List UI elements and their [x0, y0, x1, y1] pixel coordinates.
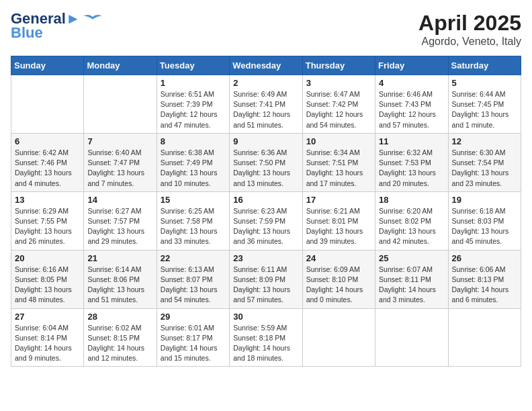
- weekday-header-row: SundayMondayTuesdayWednesdayThursdayFrid…: [11, 56, 521, 75]
- day-number: 12: [452, 136, 517, 146]
- day-info: Sunrise: 6:42 AM Sunset: 7:46 PM Dayligh…: [15, 148, 80, 189]
- calendar-cell: 9Sunrise: 6:36 AM Sunset: 7:50 PM Daylig…: [230, 133, 302, 191]
- weekday-header-monday: Monday: [84, 56, 157, 75]
- calendar-cell: 5Sunrise: 6:44 AM Sunset: 7:45 PM Daylig…: [448, 75, 521, 134]
- weekday-header-tuesday: Tuesday: [157, 56, 229, 75]
- calendar-cell: 30Sunrise: 5:59 AM Sunset: 8:18 PM Dayli…: [230, 308, 302, 367]
- logo-blue-text: Blue: [11, 24, 43, 42]
- day-number: 16: [233, 195, 298, 205]
- calendar-cell: 19Sunrise: 6:18 AM Sunset: 8:03 PM Dayli…: [448, 191, 521, 250]
- day-number: 4: [379, 78, 444, 88]
- day-number: 17: [306, 195, 371, 205]
- day-number: 24: [306, 253, 371, 263]
- location-title: Agordo, Veneto, Italy: [418, 36, 521, 48]
- calendar-cell: 4Sunrise: 6:46 AM Sunset: 7:43 PM Daylig…: [375, 75, 448, 134]
- calendar-cell: 17Sunrise: 6:21 AM Sunset: 8:01 PM Dayli…: [302, 191, 375, 250]
- day-info: Sunrise: 6:16 AM Sunset: 8:05 PM Dayligh…: [15, 265, 80, 306]
- day-number: 19: [452, 195, 517, 205]
- day-info: Sunrise: 6:20 AM Sunset: 8:02 PM Dayligh…: [379, 206, 444, 247]
- calendar-cell: 16Sunrise: 6:23 AM Sunset: 7:59 PM Dayli…: [230, 191, 302, 250]
- day-info: Sunrise: 6:13 AM Sunset: 8:07 PM Dayligh…: [161, 265, 226, 306]
- day-info: Sunrise: 6:01 AM Sunset: 8:17 PM Dayligh…: [161, 323, 226, 364]
- week-row-5: 27Sunrise: 6:04 AM Sunset: 8:14 PM Dayli…: [11, 308, 521, 367]
- day-info: Sunrise: 6:09 AM Sunset: 8:10 PM Dayligh…: [306, 265, 371, 306]
- day-number: 7: [87, 136, 152, 146]
- calendar-cell: [448, 308, 521, 367]
- week-row-3: 13Sunrise: 6:29 AM Sunset: 7:55 PM Dayli…: [11, 191, 521, 250]
- day-number: 25: [379, 253, 444, 263]
- day-number: 1: [161, 78, 226, 88]
- day-info: Sunrise: 6:11 AM Sunset: 8:09 PM Dayligh…: [233, 265, 298, 306]
- weekday-header-saturday: Saturday: [448, 56, 521, 75]
- calendar-cell: [84, 75, 157, 134]
- day-number: 11: [379, 136, 444, 146]
- day-number: 29: [161, 312, 226, 322]
- day-info: Sunrise: 6:34 AM Sunset: 7:51 PM Dayligh…: [306, 148, 371, 189]
- day-number: 8: [161, 136, 226, 146]
- day-info: Sunrise: 6:06 AM Sunset: 8:13 PM Dayligh…: [452, 265, 517, 306]
- day-number: 23: [233, 253, 298, 263]
- day-number: 3: [306, 78, 371, 88]
- weekday-header-sunday: Sunday: [11, 56, 84, 75]
- day-info: Sunrise: 6:23 AM Sunset: 7:59 PM Dayligh…: [233, 206, 298, 247]
- day-info: Sunrise: 6:32 AM Sunset: 7:53 PM Dayligh…: [379, 148, 444, 189]
- day-info: Sunrise: 6:46 AM Sunset: 7:43 PM Dayligh…: [379, 89, 444, 130]
- day-number: 18: [379, 195, 444, 205]
- day-info: Sunrise: 6:36 AM Sunset: 7:50 PM Dayligh…: [233, 148, 298, 189]
- day-number: 6: [15, 136, 80, 146]
- calendar-cell: 2Sunrise: 6:49 AM Sunset: 7:41 PM Daylig…: [230, 75, 302, 134]
- day-info: Sunrise: 6:38 AM Sunset: 7:49 PM Dayligh…: [161, 148, 226, 189]
- calendar-cell: 21Sunrise: 6:14 AM Sunset: 8:06 PM Dayli…: [84, 250, 157, 308]
- title-block: April 2025 Agordo, Veneto, Italy: [418, 11, 521, 48]
- day-info: Sunrise: 6:25 AM Sunset: 7:58 PM Dayligh…: [161, 206, 226, 247]
- day-number: 10: [306, 136, 371, 146]
- day-info: Sunrise: 6:18 AM Sunset: 8:03 PM Dayligh…: [452, 206, 517, 247]
- week-row-1: 1Sunrise: 6:51 AM Sunset: 7:39 PM Daylig…: [11, 75, 521, 134]
- day-number: 14: [87, 195, 152, 205]
- month-title: April 2025: [418, 11, 521, 36]
- day-number: 5: [452, 78, 517, 88]
- day-info: Sunrise: 6:04 AM Sunset: 8:14 PM Dayligh…: [15, 323, 80, 364]
- day-number: 2: [233, 78, 298, 88]
- weekday-header-friday: Friday: [375, 56, 448, 75]
- page-header: General► Blue April 2025 Agordo, Veneto,…: [11, 11, 521, 48]
- day-info: Sunrise: 6:07 AM Sunset: 8:11 PM Dayligh…: [379, 265, 444, 306]
- day-number: 22: [161, 253, 226, 263]
- day-number: 30: [233, 312, 298, 322]
- weekday-header-thursday: Thursday: [302, 56, 375, 75]
- calendar-cell: 10Sunrise: 6:34 AM Sunset: 7:51 PM Dayli…: [302, 133, 375, 191]
- day-info: Sunrise: 6:29 AM Sunset: 7:55 PM Dayligh…: [15, 206, 80, 247]
- day-info: Sunrise: 6:47 AM Sunset: 7:42 PM Dayligh…: [306, 89, 371, 130]
- calendar-cell: [375, 308, 448, 367]
- calendar-cell: 11Sunrise: 6:32 AM Sunset: 7:53 PM Dayli…: [375, 133, 448, 191]
- calendar-cell: 13Sunrise: 6:29 AM Sunset: 7:55 PM Dayli…: [11, 191, 84, 250]
- calendar-cell: 7Sunrise: 6:40 AM Sunset: 7:47 PM Daylig…: [84, 133, 157, 191]
- logo-bird-icon: [82, 11, 103, 26]
- day-info: Sunrise: 5:59 AM Sunset: 8:18 PM Dayligh…: [233, 323, 298, 364]
- day-number: 20: [15, 253, 80, 263]
- calendar-cell: [302, 308, 375, 367]
- day-number: 28: [87, 312, 152, 322]
- calendar-cell: 23Sunrise: 6:11 AM Sunset: 8:09 PM Dayli…: [230, 250, 302, 308]
- logo: General► Blue: [11, 11, 103, 42]
- day-info: Sunrise: 6:02 AM Sunset: 8:15 PM Dayligh…: [87, 323, 152, 364]
- weekday-header-wednesday: Wednesday: [230, 56, 302, 75]
- calendar-cell: 24Sunrise: 6:09 AM Sunset: 8:10 PM Dayli…: [302, 250, 375, 308]
- calendar-cell: 20Sunrise: 6:16 AM Sunset: 8:05 PM Dayli…: [11, 250, 84, 308]
- calendar-cell: 18Sunrise: 6:20 AM Sunset: 8:02 PM Dayli…: [375, 191, 448, 250]
- calendar-cell: 8Sunrise: 6:38 AM Sunset: 7:49 PM Daylig…: [157, 133, 229, 191]
- calendar-cell: 12Sunrise: 6:30 AM Sunset: 7:54 PM Dayli…: [448, 133, 521, 191]
- day-number: 27: [15, 312, 80, 322]
- calendar-cell: 14Sunrise: 6:27 AM Sunset: 7:57 PM Dayli…: [84, 191, 157, 250]
- day-info: Sunrise: 6:44 AM Sunset: 7:45 PM Dayligh…: [452, 89, 517, 130]
- week-row-4: 20Sunrise: 6:16 AM Sunset: 8:05 PM Dayli…: [11, 250, 521, 308]
- calendar-cell: 3Sunrise: 6:47 AM Sunset: 7:42 PM Daylig…: [302, 75, 375, 134]
- calendar-cell: [11, 75, 84, 134]
- calendar-cell: 22Sunrise: 6:13 AM Sunset: 8:07 PM Dayli…: [157, 250, 229, 308]
- calendar-cell: 27Sunrise: 6:04 AM Sunset: 8:14 PM Dayli…: [11, 308, 84, 367]
- week-row-2: 6Sunrise: 6:42 AM Sunset: 7:46 PM Daylig…: [11, 133, 521, 191]
- day-info: Sunrise: 6:14 AM Sunset: 8:06 PM Dayligh…: [87, 265, 152, 306]
- calendar-cell: 15Sunrise: 6:25 AM Sunset: 7:58 PM Dayli…: [157, 191, 229, 250]
- day-info: Sunrise: 6:51 AM Sunset: 7:39 PM Dayligh…: [161, 89, 226, 130]
- calendar-cell: 1Sunrise: 6:51 AM Sunset: 7:39 PM Daylig…: [157, 75, 229, 134]
